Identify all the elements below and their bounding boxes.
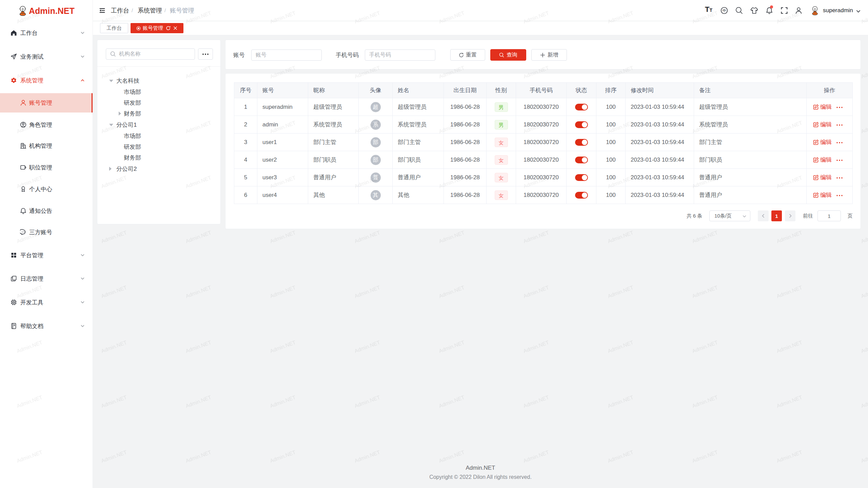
svg-text:中: 中 — [723, 8, 726, 13]
